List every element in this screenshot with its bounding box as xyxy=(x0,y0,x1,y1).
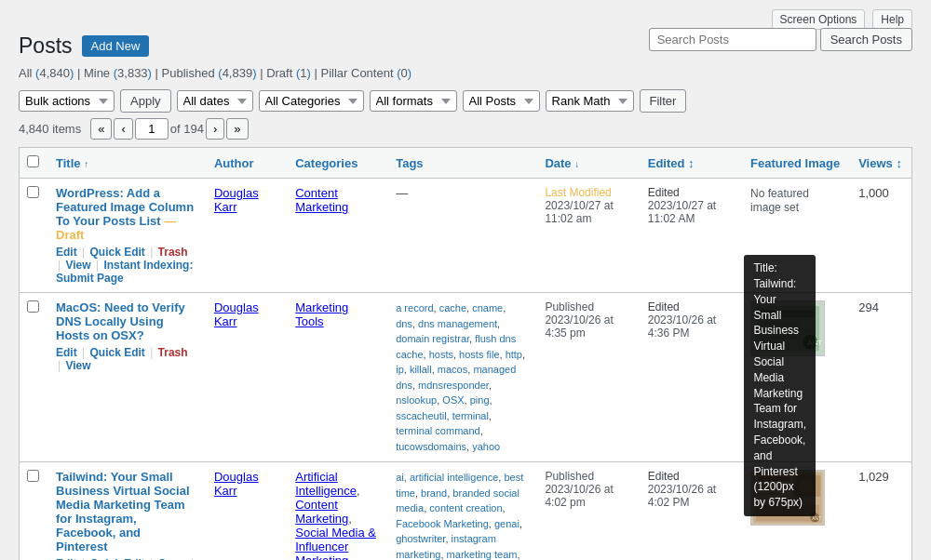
draft-filter-link[interactable]: Draft (1) xyxy=(266,66,311,80)
post-tags-2: a record, cache, cname, dns, dns managem… xyxy=(386,293,535,462)
screen-options-button[interactable]: Screen Options xyxy=(772,9,866,30)
row-actions-1: Edit | Quick Edit | Trash | View | Insta… xyxy=(56,246,196,285)
filter-button[interactable]: Filter xyxy=(640,89,687,113)
search-button[interactable]: Search Posts xyxy=(820,28,912,51)
search-input[interactable] xyxy=(649,28,816,51)
post-edited-3: Edited 2023/10/26 at 4:02 PM xyxy=(639,462,741,561)
table-row: WordPress: Add a Featured Image Column T… xyxy=(20,179,912,293)
apply-button[interactable]: Apply xyxy=(120,89,171,113)
row-checkbox-2[interactable] xyxy=(20,293,47,462)
edited-column-header[interactable]: Edited ↕ xyxy=(639,148,741,179)
categories-filter-select[interactable]: All Categories xyxy=(259,90,364,112)
next-page-button[interactable]: › xyxy=(206,118,224,140)
subsubsub: All (4,840) | Mine (3,833) | Published (… xyxy=(19,66,912,80)
post-date-3: Published 2023/10/26 at 4:02 pm xyxy=(535,462,638,561)
category-link-1[interactable]: Content Marketing xyxy=(295,186,348,214)
author-link-1[interactable]: Douglas Karr xyxy=(214,186,259,214)
row-3-checkbox[interactable] xyxy=(27,470,39,482)
post-title-1: WordPress: Add a Featured Image Column T… xyxy=(47,179,205,293)
title-column-header[interactable]: Title xyxy=(47,148,205,179)
author-link-2[interactable]: Douglas Karr xyxy=(214,300,259,328)
categories-column-header: Categories xyxy=(286,148,386,179)
svg-text:ANT: ANT xyxy=(812,516,821,521)
post-title-link-2[interactable]: MacOS: Need to Verify DNS Locally Using … xyxy=(56,300,185,342)
items-count: 4,840 items xyxy=(19,122,81,136)
svg-rect-13 xyxy=(758,487,787,490)
post-title-2: MacOS: Need to Verify DNS Locally Using … xyxy=(47,293,205,462)
page-of-label: of 194 xyxy=(170,122,204,136)
post-date-2: Published 2023/10/26 at 4:35 pm xyxy=(535,293,638,462)
edit-link-2[interactable]: Edit xyxy=(56,346,77,359)
tags-column-header: Tags xyxy=(386,148,535,179)
edited-status-3: Edited xyxy=(648,470,732,483)
mine-filter-link[interactable]: Mine (3,833) xyxy=(84,66,152,80)
svg-rect-14 xyxy=(758,492,780,495)
row-1-checkbox[interactable] xyxy=(27,186,39,198)
post-featured-image-3: ANT Title: Tailwind: Your Small Business… xyxy=(741,462,849,561)
first-page-button[interactable]: « xyxy=(90,118,112,140)
pillar-filter-link[interactable]: Pillar Content (0) xyxy=(320,66,412,80)
quick-edit-link-1[interactable]: Quick Edit xyxy=(89,246,144,259)
table-row: Tailwind: Your Small Business Virtual So… xyxy=(20,462,912,561)
dates-filter-select[interactable]: All dates xyxy=(177,90,253,112)
title-sort-link[interactable]: Title xyxy=(56,156,81,170)
author-link-3[interactable]: Douglas Karr xyxy=(214,470,259,498)
help-button[interactable]: Help xyxy=(872,9,912,30)
trash-link-2[interactable]: Trash xyxy=(158,346,188,359)
post-featured-image-1: No featured image set xyxy=(741,179,849,293)
date-status-2: Published xyxy=(545,300,628,313)
view-link-2[interactable]: View xyxy=(65,359,90,372)
edited-value-3: 2023/10/26 at 4:02 PM xyxy=(648,483,732,509)
select-all-column[interactable] xyxy=(20,148,47,179)
edited-value-1: 2023/10/27 at 11:02 AM xyxy=(648,199,732,225)
edit-link-1[interactable]: Edit xyxy=(56,246,77,259)
post-title-3: Tailwind: Your Small Business Virtual So… xyxy=(47,462,205,561)
post-featured-image-2: ANT xyxy=(741,293,849,462)
svg-point-16 xyxy=(799,479,814,494)
row-checkbox-1[interactable] xyxy=(20,179,47,293)
svg-text:ANT: ANT xyxy=(808,339,823,347)
published-filter-link[interactable]: Published (4,839) xyxy=(162,66,257,80)
svg-rect-17 xyxy=(756,505,819,522)
bulk-actions-select[interactable]: Bulk actions xyxy=(19,90,115,112)
featured-image-thumb-3: ANT xyxy=(750,470,825,526)
views-column-header[interactable]: Views ↕ xyxy=(849,148,911,179)
row-checkbox-3[interactable] xyxy=(20,462,47,561)
posts-filter-select[interactable]: All Posts xyxy=(463,90,540,112)
post-date-1: Last Modified 2023/10/27 at 11:02 am xyxy=(535,179,638,293)
post-categories-3: Artificial Intelligence, Content Marketi… xyxy=(286,462,386,561)
date-status-1: Last Modified xyxy=(545,186,628,199)
post-categories-1: Content Marketing xyxy=(286,179,386,293)
no-image-label-1: No featured image set xyxy=(750,187,809,214)
featured-image-thumb-2: ANT xyxy=(750,300,825,356)
svg-rect-3 xyxy=(761,321,802,325)
post-views-3: 1,029 xyxy=(849,462,911,561)
date-sort-link[interactable]: Date xyxy=(545,156,571,170)
post-edited-1: Edited 2023/10/27 at 11:02 AM xyxy=(639,179,741,293)
page-title: Posts xyxy=(19,33,73,59)
row-2-checkbox[interactable] xyxy=(27,300,39,313)
featured-img-container-3: ANT Title: Tailwind: Your Small Business… xyxy=(750,470,825,526)
prev-page-button[interactable]: ‹ xyxy=(114,118,132,140)
view-link-1[interactable]: View xyxy=(65,259,90,272)
category-link-2[interactable]: Marketing Tools xyxy=(295,300,348,328)
rank-math-filter-select[interactable]: Rank Math xyxy=(546,90,634,112)
select-all-checkbox[interactable] xyxy=(27,155,39,167)
last-page-button[interactable]: » xyxy=(226,118,248,140)
quick-edit-link-2[interactable]: Quick Edit xyxy=(89,346,144,359)
date-column-header[interactable]: Date xyxy=(535,148,638,179)
author-column-header: Author xyxy=(205,148,286,179)
trash-link-1[interactable]: Trash xyxy=(158,246,188,259)
date-value-3: 2023/10/26 at 4:02 pm xyxy=(545,483,628,509)
view-action-1: View xyxy=(65,259,90,272)
edited-sort-link[interactable]: Edited xyxy=(648,156,685,170)
post-title-link-3[interactable]: Tailwind: Your Small Business Virtual So… xyxy=(56,470,190,553)
svg-rect-11 xyxy=(758,477,790,482)
formats-filter-select[interactable]: All formats xyxy=(370,90,457,112)
post-views-1: 1,000 xyxy=(849,179,911,293)
view-action-2: View xyxy=(65,359,90,372)
all-filter-link[interactable]: All (4,840) xyxy=(19,66,74,80)
current-page-input[interactable] xyxy=(135,118,169,140)
views-sort-link[interactable]: Views xyxy=(858,156,893,170)
add-new-button[interactable]: Add New xyxy=(82,35,150,57)
